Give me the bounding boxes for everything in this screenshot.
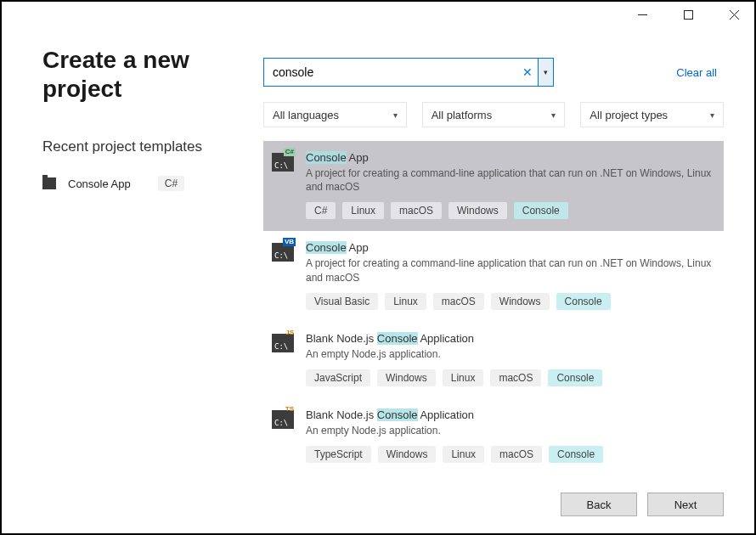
result-title: Blank Node.js Console Application (306, 332, 715, 345)
platform-filter[interactable]: All platforms ▾ (422, 102, 566, 127)
tag: Console (556, 293, 611, 310)
result-body: Blank Node.js Console ApplicationAn empt… (306, 332, 715, 386)
tag: Windows (449, 202, 507, 219)
result-item[interactable]: C:\VBConsole AppA project for creating a… (263, 231, 724, 321)
tag: macOS (490, 369, 541, 386)
results-list: C:\C#Console AppA project for creating a… (263, 141, 724, 482)
search-input[interactable] (264, 59, 517, 86)
tag: TypeScript (306, 446, 371, 463)
footer-buttons: Back Next (561, 493, 724, 516)
tag: Windows (377, 369, 436, 386)
result-description: An empty Node.js application. (306, 424, 715, 437)
result-item[interactable]: C:\JSBlank Node.js Console ApplicationAn… (263, 322, 724, 398)
window-titlebar (2, 2, 754, 27)
language-filter-label: All languages (273, 109, 339, 121)
tag: macOS (391, 202, 442, 219)
chevron-down-icon: ▾ (551, 110, 556, 120)
tag: macOS (433, 293, 484, 310)
result-body: Blank Node.js Console ApplicationAn empt… (306, 408, 715, 463)
language-badge: C# (284, 148, 296, 156)
result-tags: JavaScriptWindowsLinuxmacOSConsole (306, 369, 715, 386)
tag: macOS (491, 446, 542, 463)
result-body: Console AppA project for creating a comm… (306, 151, 715, 219)
chevron-down-icon: ▾ (710, 110, 714, 120)
right-panel: ✕ ▾ Clear all All languages ▾ All platfo… (263, 58, 724, 482)
result-tags: Visual BasicLinuxmacOSWindowsConsole (306, 293, 715, 310)
recent-heading: Recent project templates (42, 138, 246, 155)
result-tags: C#LinuxmacOSWindowsConsole (306, 202, 715, 219)
tag: Linux (443, 446, 484, 463)
maximize-button[interactable] (673, 4, 703, 25)
result-item[interactable]: C:\TSBlank Node.js Console ApplicationAn… (263, 398, 724, 475)
main-content: Create a new project Recent project temp… (2, 27, 754, 482)
chevron-down-icon: ▾ (393, 110, 398, 120)
tag: Visual Basic (306, 293, 378, 310)
result-description: An empty Node.js application. (306, 347, 715, 361)
console-icon: C:\JS (272, 334, 294, 352)
close-button[interactable] (719, 4, 749, 25)
recent-template-item[interactable]: Console App C# (42, 176, 246, 191)
language-badge: JS (284, 329, 296, 337)
language-badge: TS (284, 405, 296, 414)
console-icon: C:\TS (272, 410, 294, 429)
search-box: ✕ ▾ (263, 58, 554, 87)
page-title: Create a new project (42, 46, 246, 103)
language-filter[interactable]: All languages ▾ (263, 102, 407, 127)
tag: Linux (443, 369, 484, 386)
result-title: Console App (306, 241, 715, 254)
platform-filter-label: All platforms (432, 109, 493, 121)
result-item[interactable]: C:\C#Console AppA project for creating a… (263, 141, 724, 231)
search-clear-icon[interactable]: ✕ (517, 59, 538, 86)
tag: Console (514, 202, 568, 219)
svg-rect-0 (638, 14, 647, 15)
result-body: Console AppA project for creating a comm… (306, 241, 715, 309)
search-dropdown-toggle[interactable]: ▾ (538, 59, 553, 86)
console-icon (42, 177, 56, 189)
next-button[interactable]: Next (647, 493, 724, 516)
result-description: A project for creating a command-line ap… (306, 256, 715, 284)
tag: JavaScript (306, 369, 370, 386)
tag: Windows (378, 446, 437, 463)
minimize-button[interactable] (627, 4, 657, 25)
recent-item-language: C# (158, 176, 184, 191)
filter-row: All languages ▾ All platforms ▾ All proj… (263, 102, 724, 127)
clear-all-link[interactable]: Clear all (676, 66, 724, 79)
back-button[interactable]: Back (561, 493, 637, 516)
tag: Console (549, 446, 603, 463)
result-title: Console App (306, 151, 715, 164)
tag: Linux (342, 202, 384, 219)
svg-rect-1 (684, 10, 692, 19)
project-type-filter[interactable]: All project types ▾ (580, 102, 724, 127)
search-row: ✕ ▾ Clear all (263, 58, 724, 87)
left-panel: Create a new project Recent project temp… (42, 36, 263, 482)
recent-item-name: Console App (68, 177, 131, 190)
console-icon: C:\C# (272, 153, 294, 172)
result-description: A project for creating a command-line ap… (306, 166, 715, 194)
console-icon: C:\VB (272, 243, 294, 262)
language-badge: VB (283, 238, 296, 246)
result-tags: TypeScriptWindowsLinuxmacOSConsole (306, 446, 715, 463)
tag: Windows (491, 293, 550, 310)
result-title: Blank Node.js Console Application (306, 408, 715, 421)
tag: Linux (385, 293, 426, 310)
tag: Console (548, 369, 602, 386)
project-type-filter-label: All project types (590, 109, 668, 121)
tag: C# (306, 202, 336, 219)
